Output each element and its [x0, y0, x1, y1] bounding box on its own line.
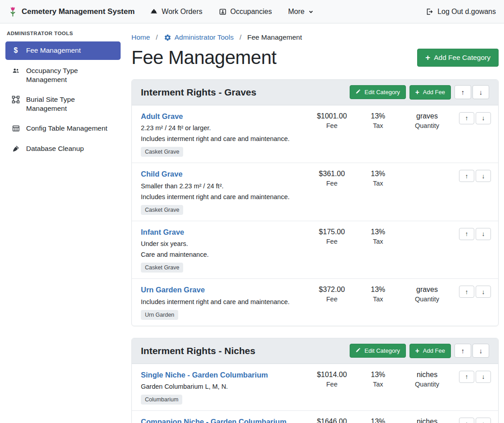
- add-fee-label: Add Fee: [423, 347, 445, 354]
- nav-more[interactable]: More: [288, 8, 313, 16]
- nav-work-orders[interactable]: Work Orders: [150, 8, 202, 16]
- edit-category-label: Edit Category: [364, 347, 400, 354]
- fee-quantity-label: Quantity: [400, 381, 454, 388]
- fee-move-down-button[interactable]: ↓: [476, 371, 491, 383]
- pencil-icon: [356, 89, 361, 96]
- category-move-down-button[interactable]: ↓: [472, 344, 489, 358]
- fee-name-link[interactable]: Urn Garden Grave: [141, 285, 205, 295]
- sidebar-heading: Administrator Tools: [5, 31, 121, 41]
- fee-tag: Casket Grave: [141, 263, 183, 273]
- category-header: Interment Rights - Niches Edit Category …: [132, 338, 498, 364]
- fee-move-down-button[interactable]: ↓: [476, 228, 491, 240]
- fee-move-down-button[interactable]: ↓: [476, 170, 491, 182]
- fee-amount-label: Fee: [308, 296, 356, 303]
- fee-amount: $1014.00: [308, 371, 356, 379]
- breadcrumb-administrator-tools[interactable]: Administrator Tools: [175, 33, 234, 41]
- sidebar-item-config-table-management[interactable]: Config Table Management: [5, 119, 121, 137]
- nav-work-orders-label: Work Orders: [162, 8, 202, 16]
- fee-quantity-label: Quantity: [400, 122, 454, 129]
- tulip-logo-icon: [8, 6, 18, 18]
- fee-tax-label: Tax: [356, 238, 400, 245]
- fee-tag: Casket Grave: [141, 147, 183, 157]
- fee-name-link[interactable]: Single Niche - Garden Columbarium: [141, 370, 268, 380]
- fee-move-down-button[interactable]: ↓: [476, 112, 491, 124]
- fee-name-link[interactable]: Infant Grave: [141, 227, 184, 237]
- edit-category-button[interactable]: Edit Category: [350, 85, 406, 99]
- logout-link[interactable]: Log Out d.gowans: [425, 8, 496, 16]
- sidebar: Administrator Tools $ Fee Management Occ…: [0, 23, 126, 423]
- fee-description: Includes interment right and care and ma…: [141, 135, 304, 142]
- category-move-up-button[interactable]: ↑: [454, 344, 471, 358]
- category-title: Interment Rights - Niches: [141, 346, 350, 356]
- fee-quantity-empty: [400, 227, 454, 228]
- fee-description: 2.23 m² / 24 ft² or larger.: [141, 124, 304, 132]
- sidebar-item-occupancy-type-management[interactable]: Occupancy Type Management: [5, 62, 121, 89]
- fee-description: Smaller than 2.23 m² / 24 ft².: [141, 182, 304, 190]
- fee-amount: $361.00: [308, 170, 356, 178]
- breadcrumb-separator: /: [154, 33, 159, 41]
- plus-icon: +: [415, 347, 419, 355]
- fee-tag: Columbarium: [141, 395, 182, 405]
- add-fee-label: Add Fee: [423, 89, 445, 96]
- breadcrumb: Home / Administrator Tools / Fee Managem…: [131, 33, 499, 41]
- fee-row: Urn Garden Grave Includes interment righ…: [132, 279, 498, 326]
- brand-link[interactable]: Cemetery Management System: [8, 6, 135, 18]
- edit-category-button[interactable]: Edit Category: [350, 344, 406, 358]
- fee-category-card-graves: Interment Rights - Graves Edit Category …: [131, 79, 499, 326]
- category-header: Interment Rights - Graves Edit Category …: [132, 80, 498, 105]
- fee-row: Adult Grave 2.23 m² / 24 ft² or larger. …: [132, 105, 498, 164]
- fee-amount-label: Fee: [308, 180, 356, 187]
- fee-tax-label: Tax: [356, 180, 400, 187]
- sidebar-item-database-cleanup[interactable]: Database Cleanup: [5, 140, 121, 158]
- fee-move-up-button[interactable]: ↑: [459, 371, 474, 383]
- fee-move-up-button[interactable]: ↑: [459, 418, 474, 423]
- fee-description: Includes interment right and care and ma…: [141, 193, 304, 200]
- sidebar-item-fee-management[interactable]: $ Fee Management: [5, 41, 121, 60]
- sidebar-item-label: Fee Management: [26, 46, 81, 55]
- fee-move-up-button[interactable]: ↑: [459, 112, 474, 124]
- fee-name-link[interactable]: Companion Niche - Garden Columbarium: [141, 417, 287, 423]
- occupancy-portrait-icon: [219, 8, 227, 16]
- table-icon: [11, 124, 21, 132]
- sidebar-item-label: Burial Site Type Management: [26, 95, 115, 113]
- fee-description: Includes interment right and care and ma…: [141, 298, 304, 305]
- sidebar-item-label: Occupancy Type Management: [26, 66, 115, 84]
- fee-amount: $175.00: [308, 228, 356, 236]
- fee-tax: 13%: [356, 286, 400, 294]
- page-title: Fee Management: [131, 47, 276, 68]
- users-icon: [11, 67, 21, 75]
- breadcrumb-home[interactable]: Home: [131, 33, 150, 41]
- fee-name-link[interactable]: Adult Grave: [141, 112, 183, 121]
- fee-quantity: graves: [400, 112, 454, 120]
- fee-move-up-button[interactable]: ↑: [459, 170, 474, 182]
- top-navbar: Cemetery Management System Work Orders O…: [0, 0, 504, 23]
- add-fee-button[interactable]: + Add Fee: [410, 344, 451, 358]
- fee-amount-label: Fee: [308, 238, 356, 245]
- fee-row: Infant Grave Under six years. Care and m…: [132, 221, 498, 279]
- fee-amount-label: Fee: [308, 122, 356, 129]
- pencil-icon: [356, 347, 361, 354]
- fee-move-down-button[interactable]: ↓: [476, 286, 491, 298]
- fee-move-up-button[interactable]: ↑: [459, 286, 474, 298]
- nav-occupancies[interactable]: Occupancies: [219, 8, 272, 16]
- add-fee-button[interactable]: + Add Fee: [410, 85, 451, 100]
- fee-tax: 13%: [356, 371, 400, 379]
- fee-amount: $372.00: [308, 286, 356, 294]
- fee-move-down-button[interactable]: ↓: [476, 418, 491, 423]
- category-title: Interment Rights - Graves: [141, 87, 350, 98]
- main-nav: Work Orders Occupancies More: [150, 8, 313, 16]
- plus-icon: +: [415, 89, 419, 96]
- sidebar-item-burial-site-type-management[interactable]: Burial Site Type Management: [5, 91, 121, 118]
- fee-name-link[interactable]: Child Grave: [141, 169, 183, 179]
- gear-icon: [164, 34, 171, 41]
- breadcrumb-current: Fee Management: [248, 33, 302, 41]
- main-content: Home / Administrator Tools / Fee Managem…: [126, 23, 504, 423]
- brand-title: Cemetery Management System: [22, 7, 135, 16]
- fee-move-up-button[interactable]: ↑: [459, 228, 474, 240]
- chevron-down-icon: [308, 9, 314, 14]
- fee-tax: 13%: [356, 170, 400, 178]
- category-move-down-button[interactable]: ↓: [472, 85, 489, 99]
- add-fee-category-button[interactable]: + Add Fee Category: [417, 49, 499, 67]
- category-move-up-button[interactable]: ↑: [454, 85, 471, 99]
- fee-description: Care and maintenance.: [141, 251, 304, 258]
